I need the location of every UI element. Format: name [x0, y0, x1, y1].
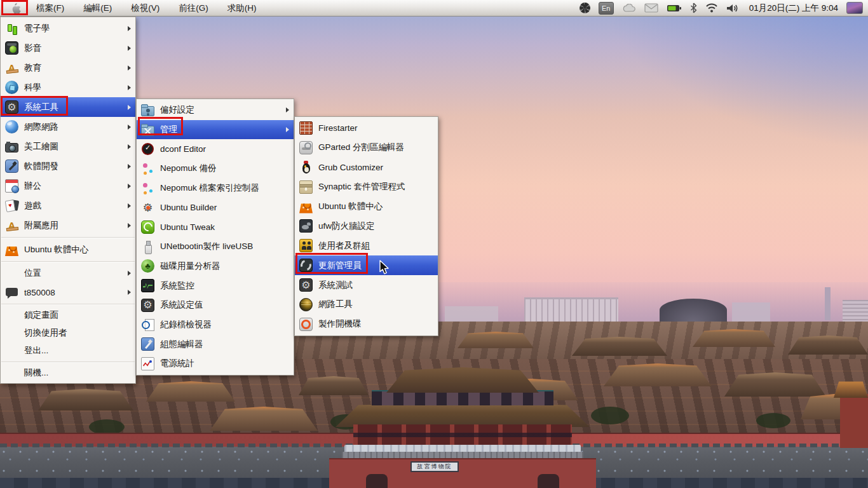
menubar-item-edit[interactable]: 編輯(E) — [74, 0, 121, 16]
menu-item-ubuntu-builder[interactable]: Ubuntu Builder — [137, 198, 294, 217]
battery-icon[interactable] — [667, 4, 682, 13]
menu-item-administration[interactable]: 管理 — [137, 120, 294, 140]
menu-item-label: 影音 — [24, 43, 41, 54]
menu-item-disk-usage-analyzer[interactable]: 磁碟用量分析器 — [137, 257, 294, 276]
menu-item-label: t850008 — [24, 288, 55, 297]
menu-item-system-settings[interactable]: 系統設定值 — [137, 295, 294, 315]
volume-icon[interactable] — [726, 3, 738, 13]
menubar-item-view[interactable]: 檢視(V) — [121, 0, 169, 16]
wifi-icon[interactable] — [705, 3, 718, 13]
unetbootin-icon — [141, 240, 154, 254]
firestarter-icon — [299, 121, 313, 135]
menu-item-label: 切換使用者 — [24, 327, 67, 339]
gear-dark-icon — [5, 100, 18, 114]
submenu-arrow-icon — [128, 223, 131, 228]
menu-item-label: 位置 — [24, 268, 41, 279]
wallpaper-switcher-icon[interactable] — [846, 2, 863, 14]
mouse-cursor — [379, 260, 390, 275]
menu-item-software-center[interactable]: Ubuntu 軟體中心 — [295, 197, 438, 217]
menu-separator — [1, 360, 135, 364]
user-chat-icon — [5, 286, 18, 299]
wallpaper-roof — [38, 389, 133, 410]
menu-item-label: 軟體開發 — [24, 161, 58, 172]
games-icon — [5, 199, 18, 212]
menu-item-software-center[interactable]: Ubuntu 軟體中心 — [1, 240, 135, 259]
menu-item-ufw-firewall[interactable]: ufw防火牆設定 — [295, 216, 438, 236]
gear-dark-icon — [299, 278, 313, 292]
menu-item-system-tools[interactable]: 系統工具 — [1, 97, 135, 117]
menubar-item-go[interactable]: 前往(G) — [169, 0, 218, 16]
wallpaper-dome-building — [660, 299, 727, 322]
menu-item-startup-disk-creator[interactable]: 製作開機碟 — [295, 315, 438, 334]
gear-dark-icon — [141, 299, 154, 312]
submenu-arrow-icon — [128, 125, 131, 130]
menu-item-grub-customizer[interactable]: Grub Customizer — [295, 158, 438, 177]
menu-item-development[interactable]: 軟體開發 — [1, 156, 135, 176]
menu-item-label: 美工繪圖 — [24, 141, 58, 152]
menu-item-electronics[interactable]: 電子學 — [1, 18, 135, 38]
menu-item-dconf-editor[interactable]: dconf Editor — [137, 139, 294, 159]
menu-item-unetbootin[interactable]: UNetbootin製作 liveUSB — [137, 237, 294, 257]
menu-item-label: Nepomuk 檔案索引控制器 — [160, 182, 259, 194]
menu-item-label: 鎖定畫面 — [24, 309, 58, 321]
menu-item-ubuntu-tweak[interactable]: Ubuntu Tweak — [137, 217, 294, 237]
system-monitor-icon — [141, 279, 154, 292]
menu-item-nepomuk-backup[interactable]: Nepomuk 備份 — [137, 159, 294, 179]
menu-item-users-groups[interactable]: 使用者及群組 — [295, 236, 438, 255]
menu-item-label: 網路工具 — [318, 299, 353, 310]
gate-door — [538, 474, 559, 488]
menu-item-accessories[interactable]: 附屬應用 — [1, 215, 135, 235]
menu-item-graphics[interactable]: 美工繪圖 — [1, 137, 135, 156]
menu-item-network-tools[interactable]: 網路工具 — [295, 295, 438, 315]
menu-item-office[interactable]: 辦公 — [1, 176, 135, 196]
config-editor-icon — [141, 337, 154, 351]
menu-item-switch-user[interactable]: 切換使用者 — [1, 324, 135, 342]
menu-item-games[interactable]: 遊戲 — [1, 196, 135, 215]
menu-item-lock-screen[interactable]: 鎖定畫面 — [1, 306, 135, 324]
apple-menu-button[interactable] — [5, 1, 27, 16]
folder-pref-icon — [141, 106, 154, 116]
science-icon — [5, 81, 18, 94]
menu-item-system-monitor[interactable]: 系統監控 — [137, 276, 294, 295]
wallpaper-roof — [572, 337, 667, 356]
system-tools-submenu: 偏好設定管理dconf EditorNepomuk 備份Nepomuk 檔案索引… — [136, 98, 294, 376]
menu-item-shutdown[interactable]: 關機... — [1, 364, 135, 382]
development-icon — [5, 159, 18, 173]
clock[interactable]: 01月20日(二) 上午 9:04 — [749, 3, 838, 14]
screenshot-shutter-icon[interactable] — [580, 3, 590, 13]
internet-icon — [5, 120, 18, 133]
disk-usage-icon — [141, 259, 154, 273]
menu-item-internet[interactable]: 網際網路 — [1, 117, 135, 137]
menu-item-science[interactable]: 科學 — [1, 78, 135, 97]
weather-icon[interactable] — [622, 4, 636, 13]
menu-item-label: 遊戲 — [24, 200, 41, 212]
menu-item-education[interactable]: 教育 — [1, 58, 135, 78]
submenu-arrow-icon — [128, 164, 131, 169]
menu-item-media[interactable]: 影音 — [1, 38, 135, 58]
dconf-icon — [141, 142, 154, 156]
menu-item-user-t850008[interactable]: t850008 — [1, 283, 135, 302]
menu-item-places[interactable]: 位置 — [1, 264, 135, 283]
menu-item-power-statistics[interactable]: 電源統計 — [137, 354, 294, 374]
menu-item-logout[interactable]: 登出... — [1, 342, 135, 360]
menu-item-firestarter[interactable]: Firestarter — [295, 118, 438, 138]
submenu-arrow-icon — [128, 184, 131, 189]
menu-item-label: 管理 — [160, 124, 177, 135]
menu-item-preferences[interactable]: 偏好設定 — [137, 100, 294, 120]
ubuntu-tweak-icon — [141, 220, 154, 234]
menu-item-label: Ubuntu Tweak — [160, 222, 215, 232]
menu-item-label: 辦公 — [24, 180, 41, 192]
wallpaper-distant-building — [843, 300, 868, 324]
menu-item-synaptic[interactable]: Synaptic 套件管理程式 — [295, 177, 438, 197]
menu-item-gparted[interactable]: GParted 分割區編輯器 — [295, 138, 438, 158]
menubar-item-file[interactable]: 檔案(F) — [27, 0, 74, 16]
menu-item-update-manager[interactable]: 更新管理員 — [295, 255, 438, 275]
menu-item-system-testing[interactable]: 系統測試 — [295, 275, 438, 295]
menubar-item-help[interactable]: 求助(H) — [218, 0, 266, 16]
bluetooth-icon[interactable] — [690, 3, 697, 13]
menu-item-config-editor[interactable]: 組態編輯器 — [137, 334, 294, 354]
mail-icon[interactable] — [644, 3, 658, 13]
keyboard-layout-indicator[interactable]: En — [599, 2, 614, 15]
menu-item-log-viewer[interactable]: 紀錄檔檢視器 — [137, 315, 294, 335]
menu-item-nepomuk-file-indexer[interactable]: Nepomuk 檔案索引控制器 — [137, 179, 294, 198]
